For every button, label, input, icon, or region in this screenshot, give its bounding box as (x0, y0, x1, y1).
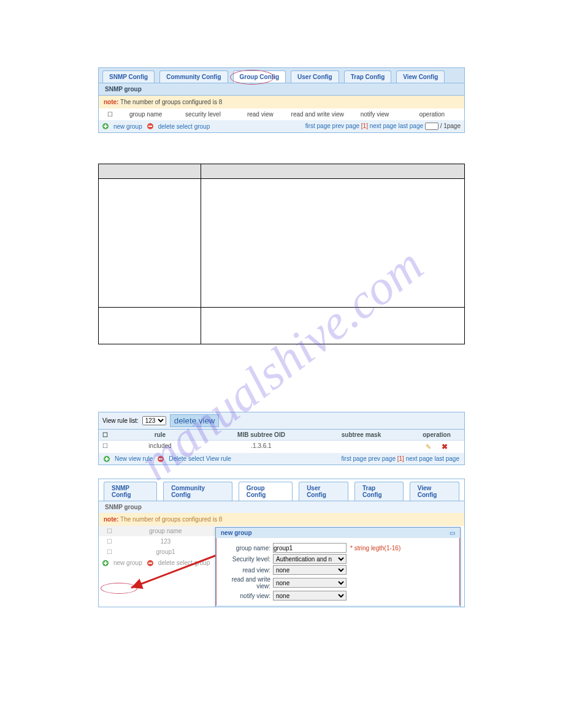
notify-view-label: notify view: (223, 593, 270, 599)
delete-row-icon[interactable]: ✖ (439, 441, 450, 453)
table-header: ☐ group name security level read view re… (99, 108, 464, 120)
dialog-title: new group (221, 529, 252, 536)
dialog-titlebar: new group ▭ (216, 528, 460, 538)
table-row: ☐123 (99, 536, 215, 547)
new-group-link[interactable]: new group (113, 123, 142, 130)
table-row: ☐ included .1.3.6.1 ✎ ✖ (99, 441, 464, 453)
tab-user-config[interactable]: User Config (291, 70, 339, 83)
group-name-label: group name: (223, 545, 270, 552)
delete-icon (147, 560, 153, 566)
last-page-link[interactable]: last page (398, 123, 423, 129)
notify-view-select[interactable]: none (273, 591, 347, 601)
edit-icon[interactable]: ✎ (423, 441, 434, 452)
tab-group-config[interactable]: Group Config (239, 482, 293, 501)
delete-select-group-link[interactable]: delete select group (158, 123, 210, 130)
view-rule-toolbar: View rule list: 123 delete view (99, 412, 464, 430)
dialog-body: group name: * string legth(1-16) Securit… (216, 538, 460, 605)
background-group-table: ☐group name ☐123 ☐group1 (99, 526, 215, 557)
view-rule-list-label: View rule list: (102, 417, 139, 424)
plus-icon (102, 123, 109, 129)
view-rule-panel: View rule list: 123 delete view ☐ rule M… (98, 412, 465, 465)
tab-trap-config[interactable]: Trap Config (354, 482, 404, 501)
cell-rule: included (111, 441, 209, 453)
prev-page-link[interactable]: prev page (332, 123, 359, 129)
first-page-link[interactable]: first page (342, 455, 367, 462)
row-checkbox[interactable]: ☐ (99, 441, 111, 453)
tab-bar: SNMP Config Community Config Group Confi… (99, 68, 464, 83)
first-page-link[interactable]: first page (305, 123, 331, 129)
view-rule-header: ☐ rule MIB subtree OID subtree mask oper… (99, 430, 464, 441)
rw-view-select[interactable]: none (273, 578, 347, 588)
col-operation: operation (404, 111, 461, 118)
read-view-select[interactable]: none (273, 565, 347, 575)
col-operation: operation (409, 430, 464, 440)
tab-view-config[interactable]: View Config (410, 482, 459, 501)
col-group-name: group name (117, 111, 174, 118)
pager: first page prev page [1] next page last … (342, 455, 459, 462)
pager: first page prev page [1] next page last … (305, 123, 461, 130)
col-security-level: security level (174, 111, 231, 118)
tab-community-config[interactable]: Community Config (163, 482, 232, 501)
plus-icon (104, 456, 110, 462)
cell-mask (313, 441, 409, 453)
delete-select-group-link[interactable]: delete select group (158, 559, 210, 566)
note-banner: note: The number of groups configured is… (99, 96, 464, 108)
note-label: note: (104, 516, 118, 523)
current-page: [1] (397, 455, 404, 462)
delete-icon (147, 123, 153, 129)
col-notify-view: notify view (346, 111, 403, 118)
group-config-panel: SNMP Config Community Config Group Confi… (98, 67, 465, 133)
tab-trap-config[interactable]: Trap Config (344, 70, 392, 83)
cell-oid: .1.3.6.1 (209, 441, 313, 453)
read-view-label: read view: (223, 567, 270, 574)
description-table (98, 164, 465, 344)
security-level-select[interactable]: Authentication and n (273, 554, 347, 564)
new-group-link[interactable]: new group (113, 559, 142, 566)
view-rule-footer: New view rule Delete select View rule fi… (99, 453, 464, 464)
delete-icon (158, 456, 164, 462)
view-rule-select[interactable]: 123 (142, 416, 166, 425)
new-group-dialog: new group ▭ group name: * string legth(1… (215, 527, 461, 607)
tab-user-config[interactable]: User Config (299, 482, 348, 501)
col-subtree-mask: subtree mask (313, 430, 409, 440)
table-row: ☐group1 (99, 547, 215, 557)
col-rw-view: read and write view (289, 111, 346, 118)
select-all-checkbox[interactable]: ☐ (99, 430, 111, 440)
col-group-name: group name (118, 528, 213, 534)
note-text: The number of groups configured is 8 (120, 516, 222, 523)
note-text: The number of groups configured is 8 (120, 99, 222, 105)
next-page-link[interactable]: next page (370, 123, 397, 129)
col-rule: rule (111, 430, 209, 440)
group-name-input[interactable] (273, 543, 347, 553)
tab-bar: SNMP Config Community Config Group Confi… (99, 479, 464, 501)
tab-snmp-config[interactable]: SNMP Config (102, 70, 155, 83)
annotation-circle (101, 583, 137, 594)
page-input[interactable] (425, 123, 439, 130)
delete-select-view-rule-link[interactable]: Delete select View rule (169, 455, 231, 462)
security-level-label: Security level: (223, 556, 270, 563)
select-all-checkbox[interactable]: ☐ (102, 111, 117, 118)
next-page-link[interactable]: next page (406, 455, 433, 462)
col-mib-oid: MIB subtree OID (209, 430, 313, 440)
col-read-view: read view (232, 111, 289, 118)
delete-view-button[interactable]: delete view (170, 414, 220, 427)
rw-view-label: read and write view: (223, 576, 270, 590)
last-page-link[interactable]: last page (434, 455, 459, 462)
panel-subheader: SNMP group (99, 83, 464, 96)
tab-view-config[interactable]: View Config (396, 70, 445, 83)
prev-page-link[interactable]: prev page (369, 455, 396, 462)
note-banner: note: The number of groups configured is… (99, 513, 464, 526)
group-name-hint: * string legth(1-16) (350, 545, 400, 552)
tab-community-config[interactable]: Community Config (159, 70, 228, 83)
table-footer-row: new group delete select group first page… (99, 120, 464, 132)
tab-group-config[interactable]: Group Config (233, 70, 286, 83)
page-suffix: / 1page (440, 123, 461, 129)
dialog-footer: save quit (216, 605, 460, 607)
tab-snmp-config[interactable]: SNMP Config (104, 482, 157, 501)
current-page: [1] (361, 123, 368, 129)
note-label: note: (104, 99, 118, 105)
group-config-with-dialog: SNMP Config Community Config Group Confi… (98, 479, 465, 607)
plus-icon (102, 560, 109, 566)
new-view-rule-link[interactable]: New view rule (115, 455, 153, 462)
close-icon[interactable]: ▭ (450, 529, 455, 536)
